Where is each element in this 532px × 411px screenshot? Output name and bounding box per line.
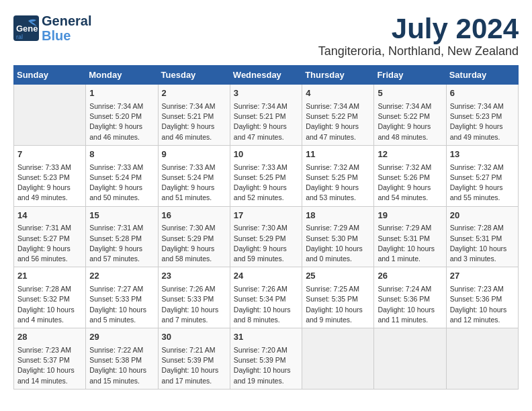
day-info: Sunrise: 7:34 AM Sunset: 5:22 PM Dayligh… xyxy=(306,101,370,142)
day-number: 25 xyxy=(306,270,370,283)
calendar-cell: 12Sunrise: 7:32 AM Sunset: 5:26 PM Dayli… xyxy=(374,145,446,206)
page-title: July 2024 xyxy=(318,13,519,44)
calendar-cell: 10Sunrise: 7:33 AM Sunset: 5:25 PM Dayli… xyxy=(230,145,302,206)
header-friday: Friday xyxy=(374,66,446,85)
day-number: 6 xyxy=(450,87,515,100)
day-info: Sunrise: 7:22 AM Sunset: 5:38 PM Dayligh… xyxy=(89,345,154,386)
calendar-cell: 3Sunrise: 7:34 AM Sunset: 5:21 PM Daylig… xyxy=(230,85,302,146)
day-info: Sunrise: 7:33 AM Sunset: 5:23 PM Dayligh… xyxy=(17,163,82,203)
calendar-week-2: 7Sunrise: 7:33 AM Sunset: 5:23 PM Daylig… xyxy=(14,145,519,206)
day-number: 11 xyxy=(306,148,370,161)
calendar-week-5: 28Sunrise: 7:23 AM Sunset: 5:37 PM Dayli… xyxy=(14,328,519,390)
day-info: Sunrise: 7:26 AM Sunset: 5:34 PM Dayligh… xyxy=(234,284,298,325)
calendar-cell: 18Sunrise: 7:29 AM Sunset: 5:30 PM Dayli… xyxy=(302,206,374,267)
calendar-cell: 7Sunrise: 7:33 AM Sunset: 5:23 PM Daylig… xyxy=(14,145,86,206)
day-info: Sunrise: 7:32 AM Sunset: 5:25 PM Dayligh… xyxy=(306,163,370,203)
day-number: 28 xyxy=(17,331,82,344)
day-info: Sunrise: 7:31 AM Sunset: 5:27 PM Dayligh… xyxy=(17,223,82,264)
calendar-cell: 1Sunrise: 7:34 AM Sunset: 5:20 PM Daylig… xyxy=(86,85,158,146)
day-info: Sunrise: 7:21 AM Sunset: 5:39 PM Dayligh… xyxy=(162,345,226,386)
page-subtitle: Tangiteroria, Northland, New Zealand xyxy=(318,44,519,58)
svg-text:ral: ral xyxy=(16,34,23,40)
header-wednesday: Wednesday xyxy=(230,66,302,85)
day-info: Sunrise: 7:32 AM Sunset: 5:26 PM Dayligh… xyxy=(378,163,442,203)
day-number: 9 xyxy=(162,148,226,161)
day-number: 20 xyxy=(450,210,515,222)
calendar-table: SundayMondayTuesdayWednesdayThursdayFrid… xyxy=(13,65,519,390)
calendar-cell: 13Sunrise: 7:32 AM Sunset: 5:27 PM Dayli… xyxy=(446,145,518,206)
day-number: 16 xyxy=(162,210,226,222)
day-info: Sunrise: 7:30 AM Sunset: 5:29 PM Dayligh… xyxy=(162,223,226,264)
calendar-cell: 15Sunrise: 7:31 AM Sunset: 5:28 PM Dayli… xyxy=(86,206,158,267)
day-number: 14 xyxy=(17,210,82,222)
day-number: 23 xyxy=(162,270,226,283)
logo-blue: Blue xyxy=(42,28,91,43)
day-number: 10 xyxy=(234,148,298,161)
day-info: Sunrise: 7:26 AM Sunset: 5:33 PM Dayligh… xyxy=(162,284,226,325)
header-saturday: Saturday xyxy=(446,66,518,85)
day-number: 5 xyxy=(378,87,442,100)
day-info: Sunrise: 7:28 AM Sunset: 5:31 PM Dayligh… xyxy=(450,223,515,264)
day-info: Sunrise: 7:32 AM Sunset: 5:27 PM Dayligh… xyxy=(450,163,515,203)
calendar-cell: 20Sunrise: 7:28 AM Sunset: 5:31 PM Dayli… xyxy=(446,206,518,267)
page-header: Gene ral General Blue July 2024 Tangiter… xyxy=(13,13,519,58)
day-number: 22 xyxy=(89,270,154,283)
calendar-cell: 28Sunrise: 7:23 AM Sunset: 5:37 PM Dayli… xyxy=(14,328,86,390)
calendar-week-4: 21Sunrise: 7:28 AM Sunset: 5:32 PM Dayli… xyxy=(14,267,519,328)
day-number: 31 xyxy=(234,331,298,344)
day-info: Sunrise: 7:33 AM Sunset: 5:24 PM Dayligh… xyxy=(162,163,226,203)
calendar-cell: 16Sunrise: 7:30 AM Sunset: 5:29 PM Dayli… xyxy=(158,206,230,267)
day-info: Sunrise: 7:34 AM Sunset: 5:23 PM Dayligh… xyxy=(450,101,515,142)
calendar-week-3: 14Sunrise: 7:31 AM Sunset: 5:27 PM Dayli… xyxy=(14,206,519,267)
day-info: Sunrise: 7:25 AM Sunset: 5:35 PM Dayligh… xyxy=(306,284,370,325)
calendar-cell: 27Sunrise: 7:23 AM Sunset: 5:36 PM Dayli… xyxy=(446,267,518,328)
header-tuesday: Tuesday xyxy=(158,66,230,85)
calendar-cell: 5Sunrise: 7:34 AM Sunset: 5:22 PM Daylig… xyxy=(374,85,446,146)
day-info: Sunrise: 7:27 AM Sunset: 5:33 PM Dayligh… xyxy=(89,284,154,325)
day-info: Sunrise: 7:34 AM Sunset: 5:21 PM Dayligh… xyxy=(162,101,226,142)
calendar-cell: 11Sunrise: 7:32 AM Sunset: 5:25 PM Dayli… xyxy=(302,145,374,206)
day-info: Sunrise: 7:31 AM Sunset: 5:28 PM Dayligh… xyxy=(89,223,154,264)
day-number: 30 xyxy=(162,331,226,344)
day-number: 27 xyxy=(450,270,515,283)
calendar-cell: 14Sunrise: 7:31 AM Sunset: 5:27 PM Dayli… xyxy=(14,206,86,267)
calendar-cell: 26Sunrise: 7:24 AM Sunset: 5:36 PM Dayli… xyxy=(374,267,446,328)
title-block: July 2024 Tangiteroria, Northland, New Z… xyxy=(318,13,519,58)
calendar-cell xyxy=(302,328,374,390)
day-info: Sunrise: 7:24 AM Sunset: 5:36 PM Dayligh… xyxy=(378,284,442,325)
day-number: 29 xyxy=(89,331,154,344)
calendar-cell: 23Sunrise: 7:26 AM Sunset: 5:33 PM Dayli… xyxy=(158,267,230,328)
day-number: 8 xyxy=(89,148,154,161)
header-sunday: Sunday xyxy=(14,66,86,85)
day-number: 7 xyxy=(17,148,82,161)
day-number: 1 xyxy=(89,87,154,100)
logo-icon: Gene ral xyxy=(13,15,39,41)
day-number: 3 xyxy=(234,87,298,100)
calendar-cell xyxy=(374,328,446,390)
logo-general: General xyxy=(42,13,91,28)
calendar-cell: 21Sunrise: 7:28 AM Sunset: 5:32 PM Dayli… xyxy=(14,267,86,328)
logo: Gene ral General Blue xyxy=(13,13,91,43)
day-info: Sunrise: 7:34 AM Sunset: 5:21 PM Dayligh… xyxy=(234,101,298,142)
calendar-cell: 9Sunrise: 7:33 AM Sunset: 5:24 PM Daylig… xyxy=(158,145,230,206)
day-number: 4 xyxy=(306,87,370,100)
calendar-cell xyxy=(446,328,518,390)
calendar-cell: 6Sunrise: 7:34 AM Sunset: 5:23 PM Daylig… xyxy=(446,85,518,146)
day-info: Sunrise: 7:33 AM Sunset: 5:24 PM Dayligh… xyxy=(89,163,154,203)
day-info: Sunrise: 7:28 AM Sunset: 5:32 PM Dayligh… xyxy=(17,284,82,325)
day-number: 21 xyxy=(17,270,82,283)
day-number: 26 xyxy=(378,270,442,283)
calendar-cell: 2Sunrise: 7:34 AM Sunset: 5:21 PM Daylig… xyxy=(158,85,230,146)
calendar-header-row: SundayMondayTuesdayWednesdayThursdayFrid… xyxy=(14,66,519,85)
day-number: 17 xyxy=(234,210,298,222)
day-number: 13 xyxy=(450,148,515,161)
calendar-cell: 17Sunrise: 7:30 AM Sunset: 5:29 PM Dayli… xyxy=(230,206,302,267)
calendar-cell: 8Sunrise: 7:33 AM Sunset: 5:24 PM Daylig… xyxy=(86,145,158,206)
calendar-cell: 29Sunrise: 7:22 AM Sunset: 5:38 PM Dayli… xyxy=(86,328,158,390)
calendar-cell: 24Sunrise: 7:26 AM Sunset: 5:34 PM Dayli… xyxy=(230,267,302,328)
calendar-week-1: 1Sunrise: 7:34 AM Sunset: 5:20 PM Daylig… xyxy=(14,85,519,146)
calendar-cell: 22Sunrise: 7:27 AM Sunset: 5:33 PM Dayli… xyxy=(86,267,158,328)
day-info: Sunrise: 7:33 AM Sunset: 5:25 PM Dayligh… xyxy=(234,163,298,203)
day-info: Sunrise: 7:23 AM Sunset: 5:36 PM Dayligh… xyxy=(450,284,515,325)
day-number: 19 xyxy=(378,210,442,222)
